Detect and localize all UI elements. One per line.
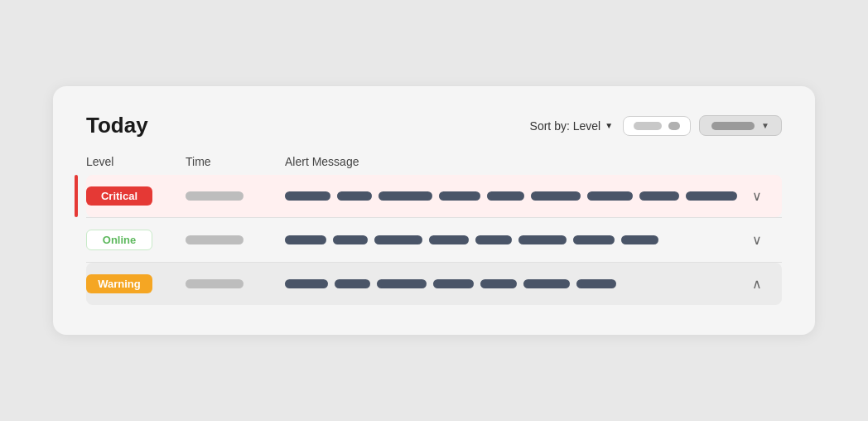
msg-pill bbox=[587, 191, 633, 201]
msg-pill bbox=[531, 191, 581, 201]
expand-chevron[interactable]: ∨ bbox=[740, 188, 774, 204]
time-pill bbox=[186, 235, 244, 244]
time-pill bbox=[186, 279, 244, 288]
header: Today Sort by: Level ▼ ▼ bbox=[86, 113, 782, 138]
msg-pill bbox=[487, 191, 524, 201]
msg-pill bbox=[333, 235, 368, 244]
msg-pill bbox=[285, 235, 326, 244]
msg-pill bbox=[335, 279, 370, 288]
msg-pill bbox=[480, 279, 517, 288]
msg-pill bbox=[573, 235, 615, 244]
msg-pill bbox=[475, 235, 512, 244]
msg-pill bbox=[337, 191, 372, 201]
msg-pill bbox=[439, 191, 480, 201]
table-row[interactable]: Critical ∨ bbox=[86, 175, 782, 217]
sort-label[interactable]: Sort by: Level ▼ bbox=[530, 119, 614, 133]
collapse-chevron[interactable]: ∧ bbox=[740, 276, 774, 292]
table-rows: Critical ∨ Online bbox=[86, 175, 782, 305]
col-time: Time bbox=[186, 155, 285, 168]
badge-warning: Warning bbox=[86, 274, 152, 293]
table-row[interactable]: Warning ∧ bbox=[86, 263, 782, 305]
msg-pill bbox=[285, 279, 328, 288]
message-pills bbox=[285, 279, 740, 288]
main-card: Today Sort by: Level ▼ ▼ Level Time Aler… bbox=[53, 86, 815, 335]
msg-pill bbox=[576, 279, 616, 288]
level-cell: Warning bbox=[86, 274, 186, 293]
msg-pill bbox=[523, 279, 570, 288]
message-pills bbox=[285, 191, 740, 201]
col-message: Alert Message bbox=[285, 155, 749, 168]
msg-pill bbox=[374, 235, 422, 244]
level-cell: Online bbox=[86, 230, 186, 250]
table-header: Level Time Alert Message bbox=[86, 155, 782, 175]
sort-arrow: ▼ bbox=[605, 121, 613, 130]
page-title: Today bbox=[86, 113, 530, 138]
time-cell bbox=[186, 235, 285, 244]
badge-online: Online bbox=[86, 230, 152, 250]
msg-pill bbox=[518, 235, 567, 244]
msg-pill bbox=[433, 279, 474, 288]
time-pill bbox=[186, 191, 244, 201]
col-level: Level bbox=[86, 155, 186, 168]
msg-pill bbox=[639, 191, 679, 201]
msg-pill bbox=[429, 235, 469, 244]
dropdown-pill bbox=[711, 122, 755, 130]
table-row[interactable]: Online ∨ bbox=[86, 218, 782, 262]
msg-pill bbox=[621, 235, 658, 244]
view-toggle[interactable] bbox=[623, 116, 691, 136]
level-cell: Critical bbox=[86, 186, 186, 206]
time-cell bbox=[186, 279, 285, 288]
badge-critical: Critical bbox=[86, 186, 152, 206]
time-cell bbox=[186, 191, 285, 201]
dropdown-button[interactable]: ▼ bbox=[699, 115, 782, 136]
msg-pill bbox=[686, 191, 737, 201]
message-pills bbox=[285, 235, 740, 244]
msg-pill bbox=[379, 191, 432, 201]
toggle-pill bbox=[634, 122, 662, 130]
msg-pill bbox=[285, 191, 330, 201]
msg-pill bbox=[377, 279, 427, 288]
expand-chevron[interactable]: ∨ bbox=[740, 232, 774, 248]
toggle-circle bbox=[668, 122, 680, 130]
dropdown-arrow-icon: ▼ bbox=[761, 121, 769, 130]
